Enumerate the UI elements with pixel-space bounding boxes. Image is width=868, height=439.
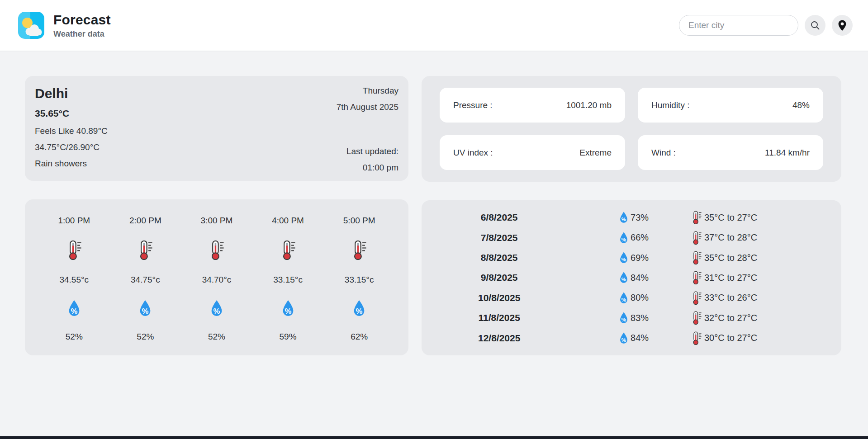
hourly-forecast-card: 1:00 PM 34.55°c 52% 2:00 PM 34.75°c 52% …: [25, 199, 408, 355]
hourly-column: 2:00 PM 34.75°c 52%: [129, 216, 161, 342]
humidity-drop-icon: [618, 251, 629, 264]
city-name: Delhi: [35, 86, 108, 101]
daily-row: 8/8/2025 69% 35°C to 28°C: [422, 251, 841, 264]
pressure-label: Pressure :: [453, 100, 493, 110]
current-weather-right: Thursday 7th August 2025 Last updated: 0…: [337, 86, 398, 173]
hour-time: 5:00 PM: [343, 216, 375, 226]
hour-temperature: 33.15°c: [273, 275, 303, 285]
daily-row: 9/8/2025 84% 31°C to 27°C: [422, 271, 841, 284]
current-weather-left: Delhi 35.65°C Feels Like 40.89°C 34.75°C…: [35, 86, 108, 173]
app-subtitle: Weather data: [53, 29, 111, 39]
thermometer-icon: [136, 240, 154, 260]
hour-humidity: 52%: [208, 332, 225, 342]
pressure-value: 1001.20 mb: [566, 100, 612, 110]
day-date: 11/8/2025: [422, 312, 577, 323]
uv-index-value: Extreme: [579, 148, 612, 158]
day-date: 9/8/2025: [422, 272, 577, 283]
weather-details-card: Pressure : 1001.20 mb Humidity : 48% UV …: [422, 76, 841, 182]
humidity-drop-icon: [280, 299, 296, 317]
day-temp-range: 31°C to 27°C: [704, 273, 757, 283]
humidity-drop-icon: [618, 292, 629, 304]
wind-label: Wind :: [651, 148, 676, 158]
day-temp-range: 35°C to 27°C: [704, 212, 757, 223]
search-input[interactable]: [679, 15, 798, 36]
day-date: 10/8/2025: [422, 293, 577, 303]
day-temp-range: 33°C to 26°C: [704, 293, 757, 303]
hour-temperature: 34.75°c: [131, 275, 160, 285]
brand-text: Forecast Weather data: [53, 12, 111, 39]
day-humidity: 80%: [631, 293, 649, 303]
cloud-icon: [24, 24, 43, 36]
day-humidity: 84%: [631, 273, 649, 283]
humidity-drop-icon: [618, 332, 629, 345]
hour-temperature: 33.15°c: [345, 275, 374, 285]
thermometer-icon: [690, 231, 703, 245]
day-temp-range: 32°C to 27°C: [704, 313, 757, 323]
thermometer-icon: [690, 251, 703, 264]
wind-value: 11.84 km/hr: [765, 148, 810, 158]
date-group: Thursday 7th August 2025: [337, 86, 398, 112]
sun-cloud-logo-icon: [18, 12, 44, 39]
humidity-drop-icon: [351, 299, 367, 317]
day-humidity: 66%: [631, 232, 649, 243]
thermometer-icon: [65, 240, 83, 260]
pressure-tile: Pressure : 1001.20 mb: [440, 88, 625, 123]
day-humidity: 73%: [631, 212, 649, 223]
search-button[interactable]: [805, 15, 825, 36]
humidity-drop-icon: [618, 231, 629, 244]
hour-humidity: 52%: [137, 332, 154, 342]
hour-time: 3:00 PM: [201, 216, 233, 226]
page: Forecast Weather data Delhi: [0, 0, 868, 439]
hour-humidity: 52%: [66, 332, 83, 342]
day-temp-range: 37°C to 28°C: [704, 232, 757, 243]
thermometer-icon: [350, 240, 368, 260]
thermometer-icon: [208, 240, 226, 260]
daily-row: 12/8/2025 84% 30°C to 27°C: [422, 331, 841, 345]
hourly-column: 3:00 PM 34.70°c 52%: [201, 216, 233, 342]
hour-temperature: 34.55°c: [59, 275, 89, 285]
thermometer-icon: [690, 291, 703, 305]
hour-temperature: 34.70°c: [202, 275, 232, 285]
daily-row: 11/8/2025 83% 32°C to 27°C: [422, 311, 841, 325]
thermometer-icon: [690, 311, 703, 325]
app-title: Forecast: [53, 12, 111, 28]
hour-time: 4:00 PM: [272, 216, 304, 226]
humidity-drop-icon: [618, 312, 629, 324]
thermometer-icon: [279, 240, 297, 260]
weekday: Thursday: [337, 86, 398, 96]
location-pin-icon: [837, 19, 848, 31]
day-date: 7/8/2025: [422, 232, 577, 243]
app-header: Forecast Weather data: [0, 0, 868, 51]
hour-time: 1:00 PM: [58, 216, 90, 226]
wind-tile: Wind : 11.84 km/hr: [638, 135, 823, 170]
date: 7th August 2025: [337, 102, 398, 112]
day-temp-range: 30°C to 27°C: [704, 333, 757, 343]
humidity-tile: Humidity : 48%: [638, 88, 823, 123]
day-humidity: 69%: [631, 253, 649, 263]
hourly-column: 5:00 PM 33.15°c 62%: [343, 216, 375, 342]
daily-row: 10/8/2025 80% 33°C to 26°C: [422, 291, 841, 305]
humidity-drop-icon: [209, 299, 224, 317]
daily-row: 7/8/2025 66% 37°C to 28°C: [422, 231, 841, 245]
daily-row: 6/8/2025 73% 35°C to 27°C: [422, 211, 841, 224]
last-updated-time: 01:00 pm: [337, 163, 398, 173]
current-temperature: 35.65°C: [35, 108, 108, 119]
footer-bar: [0, 436, 868, 439]
uv-index-tile: UV index : Extreme: [440, 135, 625, 170]
daily-forecast-card: 6/8/2025 73% 35°C to 27°C 7/8/2025 66% 3…: [422, 200, 841, 355]
day-date: 12/8/2025: [422, 333, 577, 344]
humidity-drop-icon: [618, 211, 629, 224]
weather-condition: Rain showers: [35, 159, 108, 169]
day-humidity: 83%: [631, 313, 649, 323]
last-updated-label: Last updated:: [337, 146, 398, 156]
location-button[interactable]: [832, 15, 853, 36]
humidity-drop-icon: [618, 271, 629, 284]
brand: Forecast Weather data: [18, 12, 111, 39]
header-actions: [679, 15, 853, 36]
high-low-temperature: 34.75°C/26.90°C: [35, 142, 108, 152]
hour-time: 2:00 PM: [129, 216, 161, 226]
hourly-column: 4:00 PM 33.15°c 59%: [272, 216, 304, 342]
thermometer-icon: [690, 211, 703, 224]
day-temp-range: 35°C to 28°C: [704, 253, 757, 263]
humidity-drop-icon: [138, 299, 153, 317]
